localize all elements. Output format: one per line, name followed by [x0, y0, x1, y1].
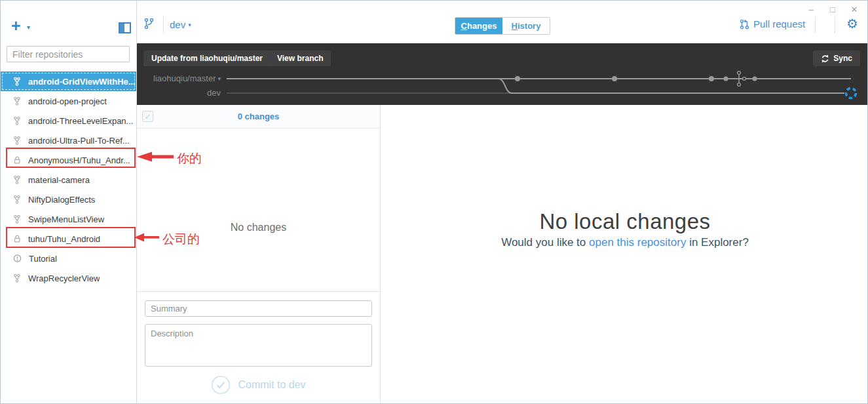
- branch-label-master[interactable]: liaohuqiu/master▾: [137, 73, 221, 83]
- repo-item-tutorial[interactable]: Tutorial: [1, 249, 136, 268]
- commit-check-icon: [211, 375, 231, 395]
- fork-icon: [13, 136, 21, 145]
- add-repository-button[interactable]: +: [11, 18, 21, 34]
- fork-icon: [13, 273, 21, 283]
- no-local-changes-title: No local changes: [381, 209, 868, 234]
- repo-item-wraprecyclerview[interactable]: WrapRecyclerView: [1, 268, 136, 288]
- sidebar-toggle-icon[interactable]: [119, 22, 131, 33]
- fork-icon: [13, 116, 21, 125]
- fork-icon: [13, 96, 21, 106]
- fork-icon: [13, 77, 21, 86]
- branch-icon: [144, 18, 154, 30]
- repo-item-android-ultra-pull-to-ref[interactable]: android-Ultra-Pull-To-Ref...: [1, 131, 136, 150]
- tab-changes[interactable]: Changes: [455, 18, 502, 34]
- repo-name: material-camera: [28, 175, 90, 185]
- alert-icon: [13, 254, 22, 263]
- chevron-down-icon: ▾: [188, 22, 191, 28]
- repository-list: android-GridViewWithHe... android-open-p…: [1, 71, 136, 288]
- no-changes-text: No changes: [137, 222, 380, 233]
- update-from-master-button[interactable]: Update from liaohuqiu/master: [143, 51, 271, 66]
- no-local-changes-subtitle: Would you like to open this repository i…: [381, 236, 868, 249]
- repo-name: tuhu/Tuhu_Android: [28, 234, 100, 244]
- repo-name: AnonymousH/Tuhu_Andr...: [28, 155, 130, 165]
- divider: [815, 16, 816, 33]
- app-window: + ▾ android-GridViewWithHe... android-op…: [0, 0, 868, 404]
- repo-name: android-Ultra-Pull-To-Ref...: [28, 136, 130, 146]
- repo-item-tuhu-tuhu-android[interactable]: tuhu/Tuhu_Android: [1, 229, 136, 249]
- view-branch-button[interactable]: View branch: [269, 51, 331, 66]
- repo-name: WrapRecyclerView: [28, 273, 100, 283]
- add-repository-caret-icon[interactable]: ▾: [27, 24, 30, 31]
- open-repository-link[interactable]: open this repository: [589, 236, 686, 249]
- pull-request-label: Pull request: [753, 18, 805, 30]
- sync-button[interactable]: Sync: [813, 51, 860, 66]
- fork-icon: [13, 195, 21, 204]
- commit-description-input[interactable]: [145, 324, 372, 367]
- close-button[interactable]: ✕: [846, 3, 862, 15]
- divider: [163, 16, 164, 33]
- repo-item-material-camera[interactable]: material-camera: [1, 170, 136, 190]
- minimize-button[interactable]: –: [803, 3, 819, 15]
- repo-item-niftydialogeffects[interactable]: NiftyDialogEffects: [1, 190, 136, 209]
- window-controls: – □ ✕: [803, 3, 862, 15]
- commit-summary-input[interactable]: [145, 300, 372, 317]
- fork-icon: [13, 175, 21, 184]
- repo-name: android-GridViewWithHe...: [28, 77, 136, 87]
- repo-item-android-gridviewwithhe[interactable]: android-GridViewWithHe...: [1, 71, 136, 91]
- repo-name: SwipeMenuListView: [28, 214, 104, 224]
- main-content: No local changes Would you like to open …: [381, 105, 868, 404]
- pull-request-button[interactable]: Pull request: [740, 18, 805, 30]
- branch-label-dev: dev: [137, 88, 221, 98]
- repository-sidebar: + ▾ android-GridViewWithHe... android-op…: [1, 1, 137, 403]
- maximize-button[interactable]: □: [825, 3, 840, 15]
- tab-history[interactable]: History: [502, 18, 550, 34]
- repo-item-android-open-project[interactable]: android-open-project: [1, 91, 136, 111]
- branch-toolbar: Update from liaohuqiu/master View branch…: [137, 43, 868, 105]
- divider: [835, 16, 835, 33]
- chevron-down-icon: ▾: [217, 75, 221, 82]
- pull-request-icon: [740, 19, 749, 30]
- repo-name: android-ThreeLevelExpan...: [28, 116, 133, 126]
- head-indicator-icon: [846, 89, 856, 98]
- commit-button[interactable]: Commit to dev: [137, 374, 380, 395]
- commit-form: Commit to dev: [137, 291, 380, 404]
- fork-icon: [13, 214, 21, 224]
- lock-icon: [13, 234, 21, 243]
- filter-repositories-input[interactable]: [7, 46, 130, 62]
- branch-selector[interactable]: dev▾: [170, 19, 191, 30]
- repo-item-swipemenulistview[interactable]: SwipeMenuListView: [1, 209, 136, 229]
- gear-icon[interactable]: ⚙: [846, 16, 858, 31]
- sync-icon: [821, 54, 829, 63]
- lock-icon: [13, 155, 21, 165]
- repo-name: android-open-project: [28, 96, 107, 106]
- repo-item-android-threelevelexpan[interactable]: android-ThreeLevelExpan...: [1, 111, 136, 131]
- repo-name: NiftyDialogEffects: [28, 195, 95, 205]
- changes-header: ✓ 0 changes: [137, 105, 380, 129]
- changes-count-label: 0 changes: [137, 105, 380, 129]
- changes-panel: ✓ 0 changes No changes Commit to dev: [137, 105, 381, 404]
- repo-name: Tutorial: [29, 254, 57, 264]
- view-tabs: Changes History: [455, 17, 550, 35]
- repo-item-anonymoush-tuhu-android[interactable]: AnonymousH/Tuhu_Andr...: [1, 150, 136, 170]
- top-bar: dev▾ Changes History Pull request ⚙: [138, 1, 868, 43]
